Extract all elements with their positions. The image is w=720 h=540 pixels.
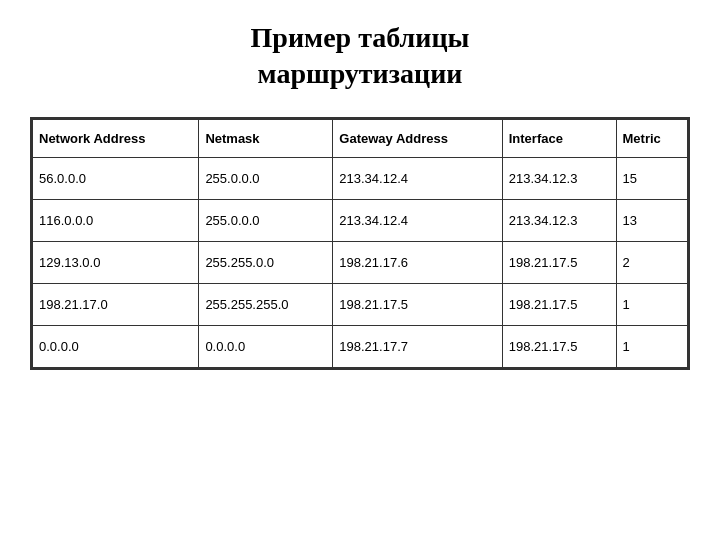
cell-metric-0: 15 — [616, 157, 688, 199]
page-title: Пример таблицы маршрутизации — [251, 20, 470, 93]
cell-network_address-4: 0.0.0.0 — [33, 325, 199, 367]
table-row: 56.0.0.0255.0.0.0213.34.12.4213.34.12.31… — [33, 157, 688, 199]
cell-netmask-1: 255.0.0.0 — [199, 199, 333, 241]
cell-network_address-3: 198.21.17.0 — [33, 283, 199, 325]
table-row: 116.0.0.0255.0.0.0213.34.12.4213.34.12.3… — [33, 199, 688, 241]
cell-netmask-3: 255.255.255.0 — [199, 283, 333, 325]
col-header-netmask: Netmask — [199, 119, 333, 157]
cell-network_address-1: 116.0.0.0 — [33, 199, 199, 241]
table-row: 129.13.0.0255.255.0.0198.21.17.6198.21.1… — [33, 241, 688, 283]
col-header-metric: Metric — [616, 119, 688, 157]
table-row: 0.0.0.00.0.0.0198.21.17.7198.21.17.51 — [33, 325, 688, 367]
cell-gateway_address-1: 213.34.12.4 — [333, 199, 502, 241]
cell-interface-3: 198.21.17.5 — [502, 283, 616, 325]
col-header-gateway-address: Gateway Address — [333, 119, 502, 157]
cell-interface-4: 198.21.17.5 — [502, 325, 616, 367]
col-header-network-address: Network Address — [33, 119, 199, 157]
cell-gateway_address-0: 213.34.12.4 — [333, 157, 502, 199]
cell-metric-1: 13 — [616, 199, 688, 241]
cell-gateway_address-2: 198.21.17.6 — [333, 241, 502, 283]
cell-interface-1: 213.34.12.3 — [502, 199, 616, 241]
table-row: 198.21.17.0255.255.255.0198.21.17.5198.2… — [33, 283, 688, 325]
col-header-interface: Interface — [502, 119, 616, 157]
cell-interface-2: 198.21.17.5 — [502, 241, 616, 283]
cell-network_address-2: 129.13.0.0 — [33, 241, 199, 283]
table-header-row: Network Address Netmask Gateway Address … — [33, 119, 688, 157]
cell-gateway_address-3: 198.21.17.5 — [333, 283, 502, 325]
cell-metric-3: 1 — [616, 283, 688, 325]
cell-netmask-4: 0.0.0.0 — [199, 325, 333, 367]
cell-gateway_address-4: 198.21.17.7 — [333, 325, 502, 367]
cell-interface-0: 213.34.12.3 — [502, 157, 616, 199]
routing-table: Network Address Netmask Gateway Address … — [32, 119, 688, 368]
routing-table-wrapper: Network Address Netmask Gateway Address … — [30, 117, 690, 370]
cell-metric-2: 2 — [616, 241, 688, 283]
cell-netmask-0: 255.0.0.0 — [199, 157, 333, 199]
cell-metric-4: 1 — [616, 325, 688, 367]
cell-network_address-0: 56.0.0.0 — [33, 157, 199, 199]
cell-netmask-2: 255.255.0.0 — [199, 241, 333, 283]
